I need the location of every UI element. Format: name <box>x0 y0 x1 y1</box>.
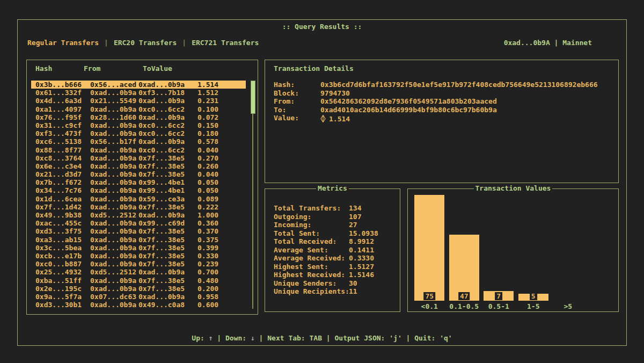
table-row[interactable]: 0x3c...5bea 0xad...0b9a 0x7f...38e5 0.39… <box>31 244 246 252</box>
table-row[interactable]: 0xc8...3764 0xad...0b9a 0x7f...38e5 0.27… <box>31 154 246 162</box>
cell-to: 0xad...0b9a <box>138 268 197 276</box>
details-fields: Hash: 0x3b6cd7d6bfaf163792f50e1ef5e917b9… <box>274 81 618 114</box>
metric-row: Total Sent: 15.0938 <box>274 229 400 238</box>
cell-to: 0x99...4be1 <box>138 178 197 186</box>
tab-item[interactable]: ERC721 Transfers <box>192 39 259 47</box>
cell-from: 0xad...0b9a <box>90 227 138 235</box>
cell-value: 1.512 <box>197 89 218 97</box>
cell-value: 0.330 <box>197 252 218 260</box>
metric-label: Unique Recipients: <box>274 287 349 296</box>
table-row[interactable]: 0x1d...6cea 0xad...0b9a 0x59...ce3a 0.08… <box>31 195 246 203</box>
cell-from: 0xad...0b9a <box>90 236 138 244</box>
cell-value: 0.375 <box>197 236 218 244</box>
cell-from: 0xad...0b9a <box>90 260 138 268</box>
cell-to: 0x49...c0a8 <box>138 301 197 309</box>
scrollbar-thumb[interactable] <box>251 81 255 114</box>
cell-from: 0xad...0b9a <box>90 277 138 285</box>
cell-value: 0.050 <box>197 186 218 194</box>
metric-label: Outgoing: <box>274 213 349 221</box>
cell-from: 0xad...0b9a <box>90 162 138 170</box>
details-field: Hash: 0x3b6cd7d6bfaf163792f50e1ef5e917b9… <box>274 81 618 89</box>
details-value-field: Value: 1.514 <box>274 114 618 122</box>
tab-item[interactable]: Regular Transfers <box>27 39 99 47</box>
metric-value: 0.1411 <box>349 246 374 255</box>
keybindings-status-bar: Up: ↑ | Down: ↓ | Next Tab: TAB | Output… <box>18 334 626 342</box>
table-row[interactable]: 0xd3...30b1 0xad...0b9a 0x49...c0a8 0.60… <box>31 301 246 309</box>
cell-from: 0xad...0b9a <box>90 105 138 113</box>
cell-value: 0.100 <box>197 105 218 113</box>
cell-from: 0x56...aced <box>90 81 138 89</box>
cell-to: 0x7f...38e5 <box>138 154 197 162</box>
cell-hash: 0xf3...473f <box>35 129 90 137</box>
value-amount: 1.514 <box>329 115 350 123</box>
cell-hash: 0xa3...ab15 <box>35 236 90 244</box>
cell-to: 0xc0...6cc2 <box>138 146 197 154</box>
cell-value: 0.700 <box>197 268 218 276</box>
status-segment: | Down: <box>213 334 251 342</box>
cell-to: 0xf3...7b18 <box>138 89 197 97</box>
table-row[interactable]: 0x76...f95f 0x28...1d60 0xad...0b9a 0.07… <box>31 113 246 121</box>
bar-chart: 754775 <box>412 195 614 301</box>
tabs: Regular Transfers|ERC20 Transfers|ERC721… <box>27 39 259 47</box>
cell-from: 0xad...0b9a <box>90 154 138 162</box>
bar-value-label: 5 <box>530 292 537 300</box>
metrics-panel-title: Metrics <box>265 184 400 192</box>
cell-hash: 0xc0...b887 <box>35 260 90 268</box>
table-row[interactable]: 0xc6...5138 0x56...b17f 0xad...0b9a 0.57… <box>31 137 246 146</box>
metric-row: Average Sent: 0.1411 <box>274 246 400 255</box>
table-row[interactable]: 0x34...7c76 0xad...0b9a 0x99...4be1 0.05… <box>31 186 246 194</box>
table-row[interactable]: 0xcb...e17b 0xad...0b9a 0x7f...38e5 0.33… <box>31 252 246 260</box>
transaction-details-panel: Transaction Details Hash: 0x3b6cd7d6bfaf… <box>265 60 619 183</box>
metric-value: 8.9912 <box>349 237 374 246</box>
cell-hash: 0x3b...b666 <box>35 81 90 89</box>
table-row[interactable]: 0x49...9b38 0xd5...2512 0xad...0b9a 1.00… <box>31 211 246 219</box>
table-row[interactable]: 0xf3...473f 0xad...0b9a 0xc0...6cc2 0.18… <box>31 129 246 137</box>
cell-to: 0xc0...6cc2 <box>138 121 197 129</box>
bar-category-label: 1-5 <box>516 302 551 310</box>
cell-to: 0x99...c69d <box>138 219 197 227</box>
status-segment: ↓ <box>251 334 255 342</box>
cell-hash: 0x4d...6a3d <box>35 97 90 105</box>
field-value: 1.514 <box>320 114 350 122</box>
table-row[interactable]: 0x7f...1d42 0xad...0b9a 0x7f...38e5 0.22… <box>31 203 246 211</box>
cell-value: 0.600 <box>197 301 218 309</box>
table-row[interactable]: 0x2e...195c 0xad...0b9a 0x7f...38e5 0.20… <box>31 285 246 293</box>
table-row[interactable]: 0x9a...5f7a 0x07...dc63 0xad...0b9a 0.95… <box>31 293 246 301</box>
table-row[interactable]: 0x88...8f77 0xad...0b9a 0xc0...6cc2 0.04… <box>31 146 246 154</box>
metric-label: Highest Sent: <box>274 263 349 271</box>
metric-row: Average Received: 0.3330 <box>274 254 400 263</box>
table-row[interactable]: 0xa3...ab15 0xad...0b9a 0x7f...38e5 0.37… <box>31 236 246 244</box>
cell-value: 0.231 <box>197 97 218 105</box>
table-row[interactable]: 0xac...455c 0xad...0b9a 0x99...c69d 0.36… <box>31 219 246 227</box>
metric-value: 11 <box>349 287 357 296</box>
table-row[interactable]: 0xd3...3f75 0xad...0b9a 0x7f...38e5 0.37… <box>31 227 246 235</box>
main-frame: :: Query Results :: Regular Transfers|ER… <box>17 19 627 346</box>
cell-from: 0x21...5549 <box>90 97 138 105</box>
field-label: Block: <box>274 89 320 98</box>
metric-value: 15.0938 <box>349 229 378 238</box>
table-row[interactable]: 0x6e...c3e4 0xad...0b9a 0x7f...38e5 0.26… <box>31 162 246 170</box>
cell-from: 0xad...0b9a <box>90 252 138 260</box>
metric-value: 1.5127 <box>349 263 374 271</box>
table-row[interactable]: 0x25...4932 0xd5...2512 0xad...0b9a 0.70… <box>31 268 246 276</box>
table-row[interactable]: 0x21...d3d7 0xad...0b9a 0x7f...38e5 0.04… <box>31 170 246 178</box>
table-row[interactable]: 0x3b...b666 0x56...aced 0xad...0b9a 1.51… <box>31 81 246 89</box>
metric-value: 27 <box>349 221 357 229</box>
metric-value: 0.3330 <box>349 254 374 263</box>
table-row[interactable]: 0x7b...f672 0xad...0b9a 0x99...4be1 0.05… <box>31 178 246 186</box>
scrollbar-track[interactable] <box>252 81 253 309</box>
metric-label: Total Transfers: <box>274 204 349 213</box>
table-row[interactable]: 0xa1...4097 0xad...0b9a 0xc0...6cc2 0.10… <box>31 105 246 113</box>
cell-hash: 0x3c...5bea <box>35 244 90 252</box>
cell-from: 0xad...0b9a <box>90 89 138 97</box>
table-row[interactable]: 0xba...51ff 0xad...0b9a 0x7f...38e5 0.48… <box>31 277 246 285</box>
table-row[interactable]: 0x61...332f 0xad...0b9a 0xf3...7b18 1.51… <box>31 89 246 97</box>
bar-category-label: <0.1 <box>412 302 447 310</box>
table-row[interactable]: 0x31...c9cf 0xad...0b9a 0xc0...6cc2 0.15… <box>31 121 246 129</box>
table-row[interactable]: 0x4d...6a3d 0x21...5549 0xad...0b9a 0.23… <box>31 97 246 105</box>
table-row[interactable]: 0xc0...b887 0xad...0b9a 0x7f...38e5 0.23… <box>31 260 246 268</box>
cell-value: 0.578 <box>197 137 218 146</box>
cell-to: 0x7f...38e5 <box>138 162 197 170</box>
tab-item[interactable]: ERC20 Transfers <box>114 39 177 47</box>
cell-hash: 0x49...9b38 <box>35 211 90 219</box>
